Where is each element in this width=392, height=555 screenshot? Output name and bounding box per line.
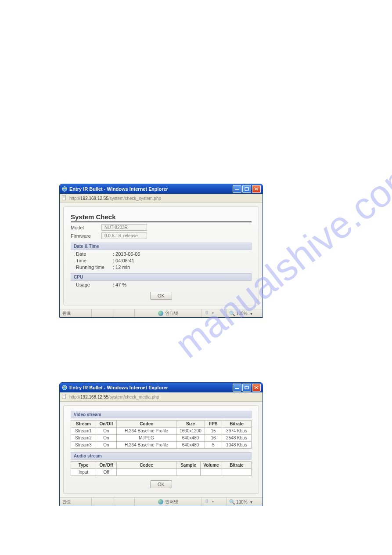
page-title: System Check xyxy=(71,213,252,222)
titlebar[interactable]: Entry IR Bullet - Windows Internet Explo… xyxy=(60,184,263,194)
status-net: 인터넷 xyxy=(165,310,178,316)
window-title: Entry IR Bullet - Windows Internet Explo… xyxy=(69,186,233,192)
section-audio-stream: Audio stream xyxy=(71,452,252,460)
close-button[interactable] xyxy=(252,185,261,193)
url-ip: 192.168.12.55 xyxy=(80,196,108,201)
cell: Stream3 xyxy=(71,442,96,449)
zoom-control[interactable]: 🔍100%▾ xyxy=(226,309,263,317)
cell: H.264 Baseline Profile xyxy=(117,428,176,435)
minimize-button[interactable] xyxy=(233,384,241,392)
table-row: Input Off xyxy=(71,469,252,476)
cell: 5 xyxy=(205,442,222,449)
status-seg-2 xyxy=(91,309,113,317)
cell: 3974 Kbps xyxy=(222,428,252,435)
ok-button[interactable]: OK xyxy=(150,480,172,488)
svg-rect-13 xyxy=(62,394,66,399)
date-row: . Date: 2013-06-06 xyxy=(73,251,252,257)
usage-value: : 47 % xyxy=(113,282,126,287)
model-row: Model NUT-8203R xyxy=(71,224,252,231)
minimize-button[interactable] xyxy=(233,185,241,193)
cell: 640x480 xyxy=(176,442,205,449)
shield-icon xyxy=(204,499,216,504)
running-time-row: . Running time: 12 min xyxy=(73,265,252,270)
th-volume: Volume xyxy=(201,462,222,469)
model-label: Model xyxy=(71,225,101,230)
status-seg-2 xyxy=(91,498,113,506)
url-path: /system/check_media.php xyxy=(108,395,159,399)
close-button[interactable] xyxy=(252,384,261,392)
ie-logo-icon xyxy=(61,186,68,192)
date-value: : 2013-06-06 xyxy=(113,251,140,257)
firmware-label: Firmware xyxy=(71,233,101,239)
running-label: . Running time xyxy=(73,265,113,270)
address-bar[interactable]: http://192.168.12.55/system/check_system… xyxy=(60,194,263,203)
zoom-control[interactable]: 🔍100%▾ xyxy=(226,498,263,506)
status-seg-3 xyxy=(113,498,134,506)
svg-point-8 xyxy=(62,385,67,390)
cell: MJPEG xyxy=(117,435,176,442)
ok-button[interactable]: OK xyxy=(150,292,172,300)
maximize-button[interactable] xyxy=(242,185,251,193)
status-security[interactable] xyxy=(201,498,226,506)
th-sample: Sample xyxy=(176,462,201,469)
url-text: http://192.168.12.55/system/check_system… xyxy=(69,196,261,201)
cell xyxy=(201,469,222,476)
table-row: Stream2 On MJPEG 640x480 16 2548 Kbps xyxy=(71,435,252,442)
cell: Stream2 xyxy=(71,435,96,442)
th-type: Type xyxy=(71,462,96,469)
cell: Off xyxy=(96,469,117,476)
page-card: System Check Model NUT-8203R Firmware 0.… xyxy=(63,207,259,305)
status-zone: 인터넷 xyxy=(134,309,201,317)
zoom-value: 100% xyxy=(236,311,248,316)
firmware-row: Firmware 0.0.6-T8_release xyxy=(71,232,252,239)
cpu-usage-row: . Usage: 47 % xyxy=(73,282,252,287)
status-bar: 완료 인터넷 🔍100%▾ xyxy=(60,497,263,506)
content-area: Video stream Stream On/Off Codec Size FP… xyxy=(60,402,263,497)
url-prefix: http:// xyxy=(69,196,80,201)
ie-window-media-check: Entry IR Bullet - Windows Internet Explo… xyxy=(59,382,263,506)
globe-icon xyxy=(158,311,163,316)
cell: 1048 Kbps xyxy=(222,442,252,449)
section-cpu: CPU xyxy=(71,273,252,281)
zoom-value: 100% xyxy=(236,500,248,504)
status-bar: 완료 인터넷 🔍100%▾ xyxy=(60,309,263,317)
maximize-button[interactable] xyxy=(242,384,251,392)
cell: 15 xyxy=(205,428,222,435)
status-seg-3 xyxy=(113,309,134,317)
ie-window-system-check: Entry IR Bullet - Windows Internet Explo… xyxy=(59,184,263,318)
titlebar[interactable]: Entry IR Bullet - Windows Internet Explo… xyxy=(60,383,263,392)
status-done: 완료 xyxy=(60,498,91,506)
window-title: Entry IR Bullet - Windows Internet Explo… xyxy=(69,385,233,390)
section-date-time: Date & Time xyxy=(71,243,252,250)
page-icon xyxy=(61,195,68,201)
chevron-down-icon: ▾ xyxy=(250,500,252,504)
firmware-value: 0.0.6-T8_release xyxy=(101,232,147,239)
status-done: 완료 xyxy=(60,309,91,317)
svg-point-0 xyxy=(62,187,67,192)
th-size: Size xyxy=(176,421,205,428)
magnifier-icon: 🔍 xyxy=(229,499,235,505)
status-security[interactable] xyxy=(201,309,226,317)
cell: H.264 Baseline Profile xyxy=(117,442,176,449)
status-zone: 인터넷 xyxy=(134,498,201,506)
video-stream-table: Stream On/Off Codec Size FPS Bitrate Str… xyxy=(71,420,252,449)
table-row: Stream3 On H.264 Baseline Profile 640x48… xyxy=(71,442,252,449)
globe-icon xyxy=(158,499,163,504)
time-value: : 04:08:41 xyxy=(113,258,134,263)
cell xyxy=(176,469,201,476)
address-bar[interactable]: http://192.168.12.55/system/check_media.… xyxy=(60,392,263,402)
cell: Input xyxy=(71,469,96,476)
magnifier-icon: 🔍 xyxy=(229,311,235,316)
svg-rect-2 xyxy=(245,188,248,190)
cell: 16 xyxy=(205,435,222,442)
url-ip: 192.168.12.55 xyxy=(80,395,108,399)
date-label: . Date xyxy=(73,251,113,257)
page-icon xyxy=(61,394,68,400)
audio-stream-table: Type On/Off Codec Sample Volume Bitrate … xyxy=(71,461,252,476)
usage-label: . Usage xyxy=(73,282,113,287)
table-header-row: Type On/Off Codec Sample Volume Bitrate xyxy=(71,462,252,469)
cell: On xyxy=(96,428,117,435)
cell xyxy=(222,469,252,476)
shield-icon xyxy=(204,311,216,316)
model-value: NUT-8203R xyxy=(101,224,147,231)
